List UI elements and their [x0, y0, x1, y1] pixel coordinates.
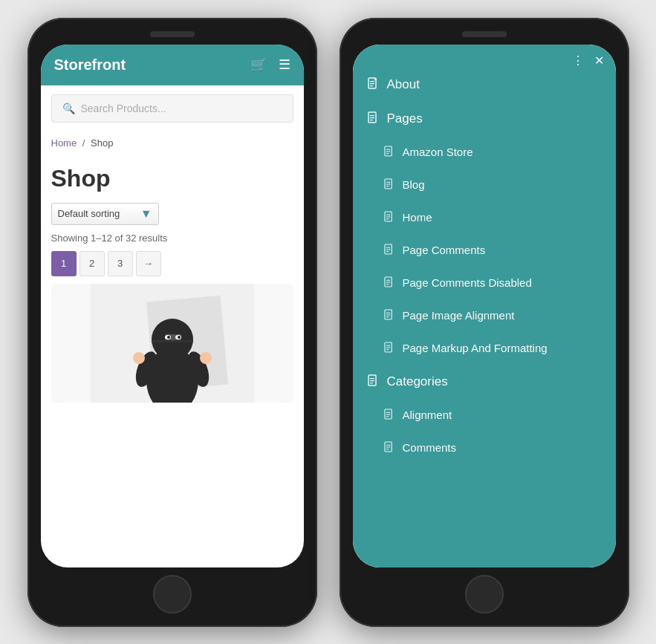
svg-rect-20: [370, 117, 374, 118]
svg-rect-40: [386, 282, 390, 282]
ninja-product-image: [91, 284, 254, 403]
product-thumbnail: [51, 284, 293, 403]
nav-label-page-comments-disabled: Page Comments Disabled: [403, 276, 532, 289]
svg-rect-17: [370, 85, 373, 86]
page-1-button[interactable]: 1: [51, 251, 77, 276]
menu-icon[interactable]: ☰: [279, 56, 290, 73]
nav-label-blog: Blog: [403, 178, 425, 191]
nav-label-categories: Categories: [387, 374, 448, 389]
page-3-button[interactable]: 3: [108, 251, 133, 276]
page-icon-about: [368, 77, 378, 91]
nav-label-amazon-store: Amazon Store: [403, 146, 473, 158]
left-phone: Storefront 🛒 ☰ 🔍 Search Products... Home…: [27, 18, 317, 627]
header-icons: 🛒 ☰: [250, 56, 290, 73]
svg-rect-41: [386, 284, 389, 284]
page-icon-page-image-alignment: [384, 309, 394, 322]
nav-item-page-image-alignment[interactable]: Page Image Alignment: [353, 299, 616, 332]
svg-rect-32: [386, 216, 390, 217]
dots-icon[interactable]: ⋮: [572, 53, 584, 68]
left-phone-screen: Storefront 🛒 ☰ 🔍 Search Products... Home…: [41, 45, 304, 567]
search-input[interactable]: Search Products...: [81, 103, 166, 114]
pagination: 1 2 3 →: [51, 251, 293, 276]
svg-rect-24: [386, 151, 390, 152]
page-icon-home: [384, 211, 394, 224]
nav-item-home[interactable]: Home: [353, 201, 616, 234]
nav-item-amazon-store[interactable]: Amazon Store: [353, 136, 616, 169]
svg-rect-59: [386, 444, 390, 445]
nav-label-page-comments: Page Comments: [403, 244, 486, 256]
close-icon[interactable]: ✕: [594, 53, 604, 68]
svg-rect-60: [386, 446, 390, 447]
navigation-menu: ⋮ ✕ About Pages: [353, 45, 616, 567]
nav-item-categories[interactable]: Categories: [353, 365, 616, 399]
svg-rect-27: [386, 181, 390, 182]
page-2-button[interactable]: 2: [79, 251, 105, 276]
nav-label-page-image-alignment: Page Image Alignment: [403, 309, 515, 322]
nav-item-page-comments[interactable]: Page Comments: [353, 234, 616, 267]
page-icon-page-comments-disabled: [384, 276, 394, 290]
page-icon-comments: [384, 441, 394, 455]
search-bar[interactable]: 🔍 Search Products...: [51, 94, 293, 123]
svg-point-13: [200, 352, 212, 364]
results-count: Showing 1–12 of 32 results: [51, 232, 293, 244]
page-icon-page-comments: [384, 244, 394, 257]
nav-label-about: About: [387, 77, 420, 92]
nav-item-comments[interactable]: Comments: [353, 432, 616, 464]
page-icon-page-markup: [384, 342, 394, 355]
storefront-header: Storefront 🛒 ☰: [41, 45, 304, 85]
nav-label-page-markup: Page Markup And Formatting: [403, 342, 548, 354]
svg-rect-35: [386, 247, 390, 247]
svg-rect-23: [386, 149, 390, 149]
search-icon: 🔍: [62, 103, 75, 114]
svg-rect-15: [370, 81, 374, 82]
svg-rect-47: [386, 345, 390, 345]
svg-rect-43: [386, 312, 390, 313]
svg-rect-56: [386, 414, 390, 414]
nav-label-comments: Comments: [403, 441, 457, 454]
nav-item-blog[interactable]: Blog: [353, 169, 616, 201]
svg-rect-44: [386, 314, 390, 315]
svg-rect-48: [386, 347, 390, 348]
svg-rect-16: [370, 83, 374, 84]
sort-dropdown[interactable]: Default sorting ▼: [51, 203, 159, 225]
svg-point-7: [167, 336, 170, 339]
home-button[interactable]: [153, 575, 192, 614]
breadcrumb-home[interactable]: Home: [51, 137, 77, 149]
svg-rect-9: [152, 340, 193, 342]
nav-item-pages[interactable]: Pages: [353, 102, 616, 136]
svg-rect-29: [386, 186, 389, 186]
nav-item-alignment[interactable]: Alignment: [353, 399, 616, 432]
nav-label-home: Home: [403, 211, 432, 224]
svg-rect-28: [386, 183, 390, 184]
sort-label: Default sorting: [58, 208, 120, 219]
svg-rect-39: [386, 279, 390, 280]
right-phone: ⋮ ✕ About Pages: [340, 18, 629, 627]
home-button-right[interactable]: [465, 575, 504, 614]
nav-item-about[interactable]: About: [353, 68, 616, 102]
page-icon-amazon: [384, 146, 394, 159]
svg-rect-52: [370, 380, 374, 381]
shop-title: Shop: [51, 165, 293, 192]
svg-rect-57: [386, 416, 389, 417]
phone-speaker: [150, 31, 195, 37]
svg-point-12: [133, 352, 145, 364]
svg-rect-51: [370, 378, 374, 379]
next-page-button[interactable]: →: [136, 251, 161, 276]
shop-content: Shop Default sorting ▼ Showing 1–12 of 3…: [41, 155, 304, 567]
svg-point-8: [178, 336, 181, 339]
page-icon-blog: [384, 178, 394, 192]
right-phone-screen: ⋮ ✕ About Pages: [353, 45, 616, 567]
svg-rect-31: [386, 214, 390, 215]
cart-icon[interactable]: 🛒: [250, 56, 267, 73]
page-icon-pages: [368, 111, 378, 126]
nav-top-bar: ⋮ ✕: [353, 45, 616, 68]
svg-rect-49: [386, 349, 389, 350]
nav-label-pages: Pages: [387, 111, 423, 126]
phone-speaker-right: [462, 31, 507, 37]
svg-rect-53: [370, 383, 373, 383]
breadcrumb-separator: /: [82, 137, 85, 149]
nav-item-page-comments-disabled[interactable]: Page Comments Disabled: [353, 267, 616, 299]
nav-label-alignment: Alignment: [403, 409, 452, 421]
dropdown-arrow: ▼: [140, 207, 152, 221]
nav-item-page-markup[interactable]: Page Markup And Formatting: [353, 332, 616, 365]
